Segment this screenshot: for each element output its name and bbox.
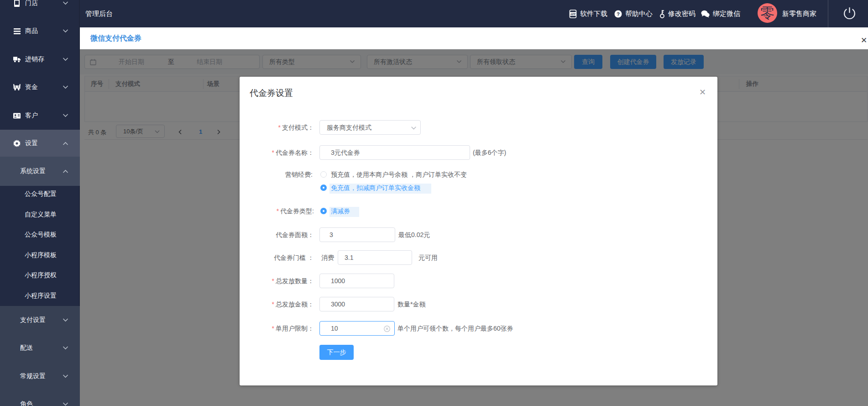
svg-text:?: ? [617, 11, 620, 16]
svg-text:APP: APP [570, 12, 576, 15]
